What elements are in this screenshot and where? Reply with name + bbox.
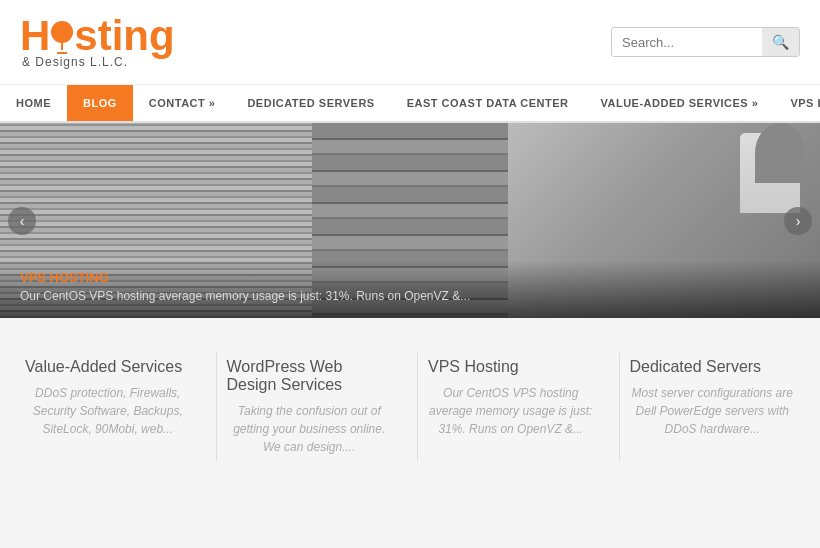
card-wordpress: WordPress Web Design Services Taking the…	[216, 353, 403, 461]
hero-slider: VPS HOSTING Our CentOS VPS hosting avera…	[0, 123, 820, 318]
card-vps: VPS Hosting Our CentOS VPS hosting avera…	[417, 353, 604, 461]
slider-title: VPS HOSTING	[20, 270, 800, 285]
card-vps-title: VPS Hosting	[428, 358, 594, 376]
search-form: 🔍	[611, 27, 800, 57]
nav-home[interactable]: HOME	[0, 85, 67, 121]
nav-items: HOME BLOG CONTACT » DEDICATED SERVERS EA…	[0, 85, 820, 121]
nav-value-added[interactable]: VALUE-ADDED SERVICES »	[584, 85, 774, 121]
card-dedicated-desc: Most server configurations are Dell Powe…	[630, 384, 796, 438]
card-vps-desc: Our CentOS VPS hosting average memory us…	[428, 384, 594, 438]
nav-vps[interactable]: VPS HOSTING	[774, 85, 820, 121]
logo-h: H	[20, 15, 50, 57]
card-value-added: Value-Added Services DDoS protection, Fi…	[15, 353, 201, 461]
slider-next-button[interactable]: ›	[784, 207, 812, 235]
card-value-added-title: Value-Added Services	[25, 358, 191, 376]
header: H sting & Designs L.L.C. 🔍	[0, 0, 820, 85]
card-wordpress-desc: Taking the confusion out of getting your…	[227, 402, 393, 456]
cards-section: Value-Added Services DDoS protection, Fi…	[0, 318, 820, 481]
search-button[interactable]: 🔍	[762, 28, 799, 56]
nav-east-coast[interactable]: EAST COAST DATA CENTER	[391, 85, 585, 121]
nav-contact[interactable]: CONTACT »	[133, 85, 232, 121]
slider-prev-button[interactable]: ‹	[8, 207, 36, 235]
nav-blog[interactable]: BLOG	[67, 85, 133, 121]
card-dedicated: Dedicated Servers Most server configurat…	[619, 353, 806, 461]
search-input[interactable]	[612, 29, 762, 56]
slider-description: Our CentOS VPS hosting average memory us…	[20, 289, 800, 303]
card-value-added-desc: DDoS protection, Firewalls, Security Sof…	[25, 384, 191, 438]
logo-icon	[51, 21, 73, 43]
logo-rest: sting	[74, 15, 174, 57]
slider-overlay: VPS HOSTING Our CentOS VPS hosting avera…	[0, 260, 820, 318]
card-dedicated-title: Dedicated Servers	[630, 358, 796, 376]
nav-dedicated[interactable]: DEDICATED SERVERS	[231, 85, 390, 121]
navigation: HOME BLOG CONTACT » DEDICATED SERVERS EA…	[0, 85, 820, 123]
card-wordpress-title: WordPress Web Design Services	[227, 358, 393, 394]
logo: H sting & Designs L.L.C.	[20, 15, 175, 69]
